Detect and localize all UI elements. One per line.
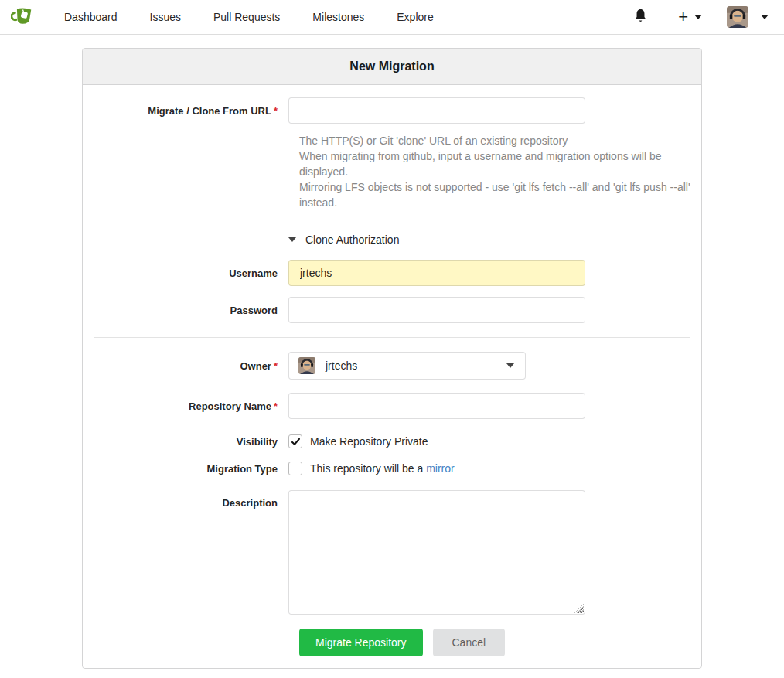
nav-item-pull-requests[interactable]: Pull Requests bbox=[197, 0, 296, 34]
username-row: Username bbox=[94, 260, 690, 286]
username-label: Username bbox=[94, 267, 288, 279]
user-menu[interactable] bbox=[710, 6, 773, 28]
owner-dropdown[interactable]: jrtechs bbox=[288, 352, 526, 380]
clone-url-label-text: Migrate / Clone From URL bbox=[148, 105, 271, 117]
required-asterisk: * bbox=[274, 400, 278, 412]
navbar-right: + bbox=[623, 6, 773, 28]
nav-item-milestones[interactable]: Milestones bbox=[296, 0, 380, 34]
required-asterisk: * bbox=[274, 105, 278, 117]
checkbox-box bbox=[288, 434, 302, 448]
form-actions: Migrate Repository Cancel bbox=[299, 629, 690, 656]
migration-form: Migrate / Clone From URL* The HTTP(S) or… bbox=[83, 85, 701, 668]
check-icon bbox=[291, 437, 301, 447]
owner-label-text: Owner bbox=[240, 360, 271, 372]
new-migration-panel: New Migration Migrate / Clone From URL* … bbox=[82, 48, 702, 669]
owner-row: Owner* jrtech bbox=[94, 352, 690, 380]
clone-authorization-toggle[interactable]: Clone Authorization bbox=[288, 233, 690, 246]
page-content: New Migration Migrate / Clone From URL* … bbox=[0, 48, 784, 669]
repo-name-row: Repository Name* bbox=[94, 393, 690, 419]
repo-name-input[interactable] bbox=[288, 393, 585, 419]
migrate-repository-button[interactable]: Migrate Repository bbox=[299, 629, 423, 656]
owner-selected-value: jrtechs bbox=[326, 359, 357, 372]
private-checkbox-label: Make Repository Private bbox=[310, 435, 428, 448]
help-line: The HTTP(S) or Git 'clone' URL of an exi… bbox=[299, 133, 690, 148]
description-label: Description bbox=[94, 490, 288, 509]
nav-item-explore[interactable]: Explore bbox=[380, 0, 449, 34]
username-input[interactable] bbox=[288, 260, 585, 286]
section-divider bbox=[94, 337, 690, 338]
description-textarea[interactable] bbox=[288, 490, 585, 615]
password-input[interactable] bbox=[288, 297, 585, 323]
clone-url-input[interactable] bbox=[288, 97, 585, 124]
mirror-link[interactable]: mirror bbox=[426, 462, 455, 475]
required-asterisk: * bbox=[274, 360, 278, 372]
notifications-button[interactable] bbox=[623, 9, 658, 26]
visibility-row: Visibility Make Repository Private bbox=[94, 434, 690, 448]
nav-item-issues[interactable]: Issues bbox=[134, 0, 197, 34]
description-row: Description bbox=[94, 490, 690, 615]
chevron-down-icon bbox=[761, 15, 769, 19]
password-row: Password bbox=[94, 297, 690, 323]
panel-title: New Migration bbox=[83, 49, 701, 85]
checkbox-box bbox=[288, 462, 302, 475]
cancel-button[interactable]: Cancel bbox=[433, 629, 506, 656]
dropdown-caret-icon bbox=[506, 363, 514, 368]
bell-icon bbox=[634, 9, 647, 26]
top-navbar: Dashboard Issues Pull Requests Milestone… bbox=[0, 0, 784, 35]
migration-type-label: Migration Type bbox=[94, 463, 288, 475]
mirror-checkbox-label: This repository will be a mirror bbox=[310, 462, 455, 475]
user-avatar bbox=[727, 6, 748, 28]
owner-avatar bbox=[298, 357, 315, 374]
caret-down-icon bbox=[288, 237, 296, 242]
private-checkbox[interactable]: Make Repository Private bbox=[288, 434, 428, 448]
gitea-logo[interactable] bbox=[11, 4, 48, 30]
migration-type-row: Migration Type This repository will be a… bbox=[94, 462, 690, 475]
help-line: Mirroring LFS objects is not supported -… bbox=[299, 179, 690, 210]
create-new-menu[interactable]: + bbox=[658, 9, 710, 25]
description-textarea-wrap bbox=[288, 490, 585, 615]
chevron-down-icon bbox=[694, 15, 702, 19]
repo-name-label: Repository Name* bbox=[94, 400, 288, 412]
clone-url-row: Migrate / Clone From URL* bbox=[94, 97, 690, 124]
mirror-checkbox[interactable]: This repository will be a mirror bbox=[288, 462, 455, 475]
owner-label: Owner* bbox=[94, 360, 288, 372]
clone-url-label: Migrate / Clone From URL* bbox=[94, 105, 288, 117]
password-label: Password bbox=[94, 305, 288, 316]
plus-icon: + bbox=[678, 9, 688, 25]
help-line: When migrating from github, input a user… bbox=[299, 148, 690, 179]
repo-name-label-text: Repository Name bbox=[189, 400, 271, 412]
clone-authorization-label: Clone Authorization bbox=[305, 233, 399, 246]
gitea-logo-icon bbox=[11, 4, 34, 30]
clone-url-help: The HTTP(S) or Git 'clone' URL of an exi… bbox=[299, 133, 690, 210]
mirror-text: This repository will be a bbox=[310, 462, 423, 475]
nav-item-dashboard[interactable]: Dashboard bbox=[48, 0, 134, 34]
visibility-label: Visibility bbox=[94, 436, 288, 448]
